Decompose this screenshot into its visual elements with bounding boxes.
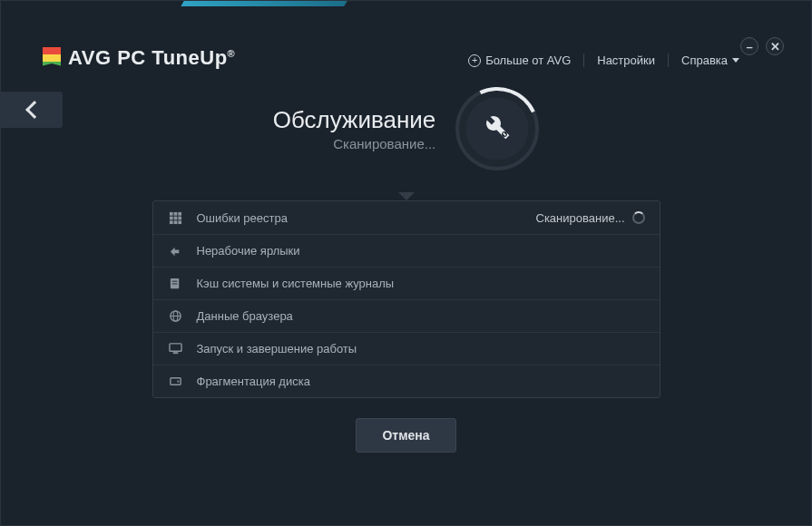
- svg-rect-9: [178, 220, 181, 224]
- spinner-icon: [632, 211, 645, 224]
- top-nav: + Больше от AVG Настройки Справка: [455, 54, 752, 67]
- svg-rect-4: [170, 216, 173, 219]
- plus-icon: +: [468, 54, 481, 67]
- scan-row-shortcuts: Нерабочие ярлыки: [153, 234, 660, 267]
- grid-icon: [168, 209, 184, 226]
- svg-rect-2: [174, 211, 178, 215]
- svg-rect-11: [172, 281, 178, 282]
- window-controls: – ✕: [740, 37, 784, 55]
- nav-help[interactable]: Справка: [668, 54, 752, 67]
- scan-row-startup: Запуск и завершение работы: [153, 332, 660, 365]
- svg-point-19: [177, 380, 179, 382]
- scan-row-browser: Данные браузера: [153, 299, 660, 332]
- scan-row-label: Ошибки реестра: [197, 211, 536, 225]
- disk-icon: [168, 374, 184, 390]
- svg-rect-1: [170, 211, 173, 215]
- monitor-icon: [168, 341, 184, 357]
- scan-row-defrag: Фрагментация диска: [153, 365, 660, 397]
- nav-more-from-avg[interactable]: + Больше от AVG: [455, 54, 583, 67]
- scan-row-label: Фрагментация диска: [197, 375, 645, 388]
- window-accent-bar: [181, 1, 347, 6]
- svg-rect-8: [174, 220, 178, 224]
- avg-logo-icon: [43, 47, 61, 69]
- svg-rect-17: [173, 352, 179, 354]
- app-header: AVG PC TuneUp®: [43, 46, 235, 70]
- page-subtitle: Сканирование...: [273, 136, 436, 151]
- title-row: Обслуживание Сканирование...: [273, 87, 540, 170]
- wrench-icon: [483, 112, 512, 145]
- svg-point-0: [502, 132, 507, 137]
- svg-rect-7: [170, 220, 173, 224]
- close-button[interactable]: ✕: [766, 37, 784, 55]
- progress-spinner: [455, 87, 539, 170]
- panel-notch: [398, 192, 415, 200]
- scan-panel: Ошибки реестра Сканирование... Нерабочие…: [152, 200, 660, 398]
- log-icon: [168, 276, 184, 292]
- scan-row-label: Запуск и завершение работы: [197, 342, 645, 356]
- svg-rect-6: [178, 216, 181, 219]
- scan-row-cache: Кэш системы и системные журналы: [153, 267, 660, 299]
- scan-row-label: Кэш системы и системные журналы: [197, 277, 645, 290]
- shortcut-icon: [168, 243, 184, 259]
- nav-settings[interactable]: Настройки: [583, 54, 668, 67]
- scan-row-registry: Ошибки реестра Сканирование...: [153, 201, 660, 234]
- page-title: Обслуживание: [273, 106, 436, 134]
- svg-rect-12: [172, 284, 178, 285]
- cancel-button[interactable]: Отмена: [356, 418, 455, 453]
- svg-rect-16: [170, 344, 181, 351]
- main-content: Обслуживание Сканирование... Ошибки реес…: [1, 87, 811, 453]
- app-title: AVG PC TuneUp®: [68, 46, 235, 70]
- scan-row-label: Данные браузера: [197, 309, 645, 323]
- scan-row-status: Сканирование...: [536, 211, 645, 225]
- minimize-button[interactable]: –: [740, 37, 758, 55]
- svg-rect-3: [178, 211, 181, 215]
- chevron-down-icon: [732, 58, 739, 63]
- globe-icon: [168, 308, 184, 325]
- svg-rect-5: [174, 216, 178, 219]
- scan-row-label: Нерабочие ярлыки: [197, 244, 645, 258]
